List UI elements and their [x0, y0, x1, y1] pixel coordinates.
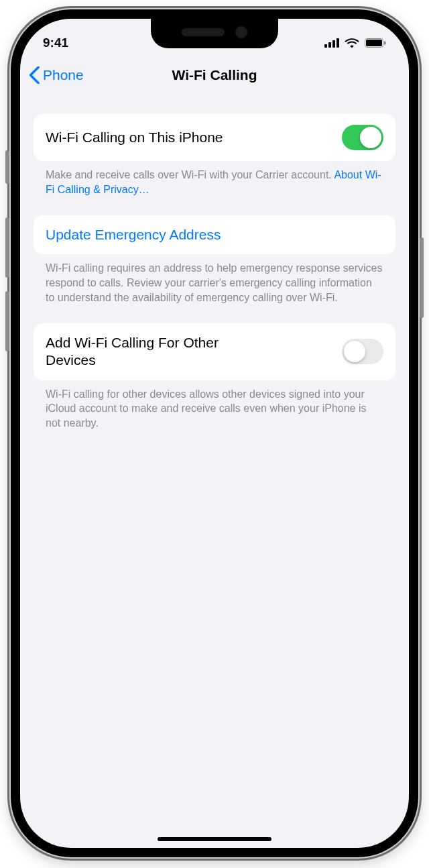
update-emergency-address-label: Update Emergency Address: [46, 226, 383, 243]
wifi-calling-other-devices-row[interactable]: Add Wi-Fi Calling For Other Devices: [34, 323, 395, 380]
status-time: 9:41: [43, 36, 68, 50]
status-icons: [324, 38, 386, 48]
nav-bar: Phone Wi-Fi Calling: [20, 55, 409, 95]
back-label: Phone: [43, 67, 84, 83]
svg-rect-6: [384, 42, 386, 45]
phone-frame: 9:41: [11, 9, 418, 857]
cellular-icon: [324, 38, 339, 48]
svg-rect-0: [324, 44, 327, 48]
wifi-icon: [345, 38, 359, 48]
svg-rect-5: [366, 40, 382, 46]
wifi-calling-other-devices-toggle[interactable]: [342, 339, 383, 364]
side-button: [5, 291, 9, 351]
update-emergency-address-button[interactable]: Update Emergency Address: [34, 215, 395, 254]
svg-rect-3: [336, 38, 339, 48]
group-emergency-address: Update Emergency Address Wi-Fi calling r…: [34, 215, 395, 305]
wifi-calling-this-iphone-label: Wi-Fi Calling on This iPhone: [46, 129, 330, 146]
wifi-calling-other-devices-label: Add Wi-Fi Calling For Other Devices: [46, 334, 247, 370]
wifi-calling-this-iphone-row[interactable]: Wi-Fi Calling on This iPhone: [34, 114, 395, 161]
toggle-knob: [344, 341, 365, 362]
group-footer: Wi-Fi calling for other devices allows o…: [34, 380, 395, 431]
settings-content: Wi-Fi Calling on This iPhone Make and re…: [20, 95, 409, 431]
side-button: [420, 237, 424, 318]
home-indicator: [158, 837, 271, 841]
footer-text: Make and receive calls over Wi-Fi with y…: [46, 169, 334, 180]
notch: [151, 19, 278, 48]
svg-rect-1: [328, 42, 331, 48]
side-button: [5, 217, 9, 278]
group-footer: Wi-Fi calling requires an address to hel…: [34, 254, 395, 305]
screen: 9:41: [20, 19, 409, 848]
back-button[interactable]: Phone: [29, 66, 84, 84]
wifi-calling-this-iphone-toggle[interactable]: [342, 125, 383, 150]
toggle-knob: [360, 127, 381, 148]
group-wifi-calling-this-iphone: Wi-Fi Calling on This iPhone Make and re…: [34, 114, 395, 197]
group-footer: Make and receive calls over Wi-Fi with y…: [34, 161, 395, 197]
chevron-left-icon: [29, 66, 40, 84]
group-other-devices: Add Wi-Fi Calling For Other Devices Wi-F…: [34, 323, 395, 430]
svg-rect-2: [332, 40, 335, 48]
battery-icon: [365, 38, 386, 48]
side-button: [5, 150, 9, 184]
